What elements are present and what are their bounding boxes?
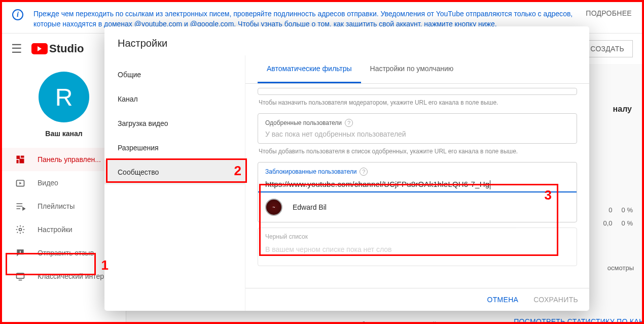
videos-icon: [14, 178, 26, 188]
svg-point-5: [19, 229, 22, 231]
approved-placeholder: У вас пока нет одобренных пользователей: [265, 130, 569, 138]
analytics-peek-title: налу: [613, 105, 632, 114]
sidebar-label: Отправить отзыв: [38, 249, 94, 257]
blocked-label: Заблокированные пользователи: [265, 168, 356, 175]
settings-dialog: Настройки Общие Канал Загрузка видео Раз…: [104, 26, 589, 311]
stat-value: 0,0: [603, 219, 613, 227]
dashboard-icon: [14, 154, 26, 165]
save-button[interactable]: СОХРАНИТЬ: [533, 296, 578, 304]
hamburger-icon[interactable]: ☰: [11, 42, 22, 56]
dialog-nav-general[interactable]: Общие: [104, 62, 245, 87]
youtube-studio-logo[interactable]: Studio: [31, 42, 84, 55]
dialog-title: Настройки: [104, 26, 589, 55]
play-icon: [31, 43, 48, 54]
cancel-button[interactable]: ОТМЕНА: [487, 296, 519, 304]
classic-icon: [14, 271, 26, 281]
stat-pct: 0 %: [622, 219, 633, 227]
sidebar-label: Панель управлен...: [38, 155, 101, 164]
news-snippet: Все обновления в Творческой студии: [344, 320, 459, 324]
see-stats-link[interactable]: ПОСМОТРЕТЬ СТАТИСТИКУ ПО КАНА: [514, 317, 644, 324]
moderator-help-text: Чтобы назначить пользователя модератором…: [259, 99, 576, 106]
views-label: осмотры: [607, 264, 634, 272]
create-button[interactable]: СОЗДАТЬ: [582, 40, 633, 57]
approved-label: Одобренные пользователи: [265, 119, 342, 126]
blocked-input[interactable]: https://www.youtube.com/channel/UCjFPu8r…: [258, 178, 577, 192]
dialog-nav-channel[interactable]: Канал: [104, 87, 245, 111]
logo-text: Studio: [49, 42, 84, 55]
feedback-icon: [14, 248, 26, 258]
svg-rect-6: [20, 251, 21, 253]
playlists-icon: [14, 201, 26, 211]
svg-rect-2: [17, 160, 19, 164]
svg-rect-0: [17, 156, 20, 159]
svg-rect-7: [20, 253, 21, 254]
moderators-field[interactable]: [258, 88, 577, 95]
sidebar-label: Классический интер...: [38, 272, 110, 280]
svg-rect-1: [21, 156, 24, 158]
dialog-tabs: Автоматические фильтры Настройки по умол…: [245, 55, 589, 84]
suggestion-name: Edward Bil: [293, 203, 327, 211]
gear-icon: [14, 224, 26, 235]
channel-avatar[interactable]: R: [39, 72, 89, 122]
svg-rect-3: [19, 159, 24, 164]
blacklist-field[interactable]: Черный список В вашем черном списке пока…: [258, 228, 577, 266]
blacklist-placeholder: В вашем черном списке пока нет слов: [265, 245, 569, 253]
stat-value: 0: [609, 206, 612, 214]
dialog-nav: Общие Канал Загрузка видео Разрешения Со…: [104, 55, 245, 311]
dialog-nav-permissions[interactable]: Разрешения: [104, 136, 245, 160]
channel-name-label: Ваш канал: [45, 129, 82, 138]
approved-help-text: Чтобы добавить пользователя в список одо…: [259, 148, 576, 155]
help-icon[interactable]: ?: [345, 119, 353, 127]
help-icon[interactable]: ?: [360, 168, 368, 176]
approved-users-field[interactable]: Одобренные пользователи ? У вас пока нет…: [258, 113, 577, 144]
tab-defaults[interactable]: Настройки по умолчанию: [361, 55, 463, 83]
svg-rect-8: [17, 273, 24, 278]
tab-auto-filters[interactable]: Автоматические фильтры: [258, 55, 361, 83]
dialog-nav-community[interactable]: Сообщество: [104, 160, 245, 184]
blocked-users-field: Заблокированные пользователи ? https://w…: [258, 162, 577, 222]
sidebar-label: Видео: [38, 179, 58, 187]
info-icon: i: [12, 9, 23, 20]
sidebar-label: Плейлисты: [38, 202, 75, 210]
blacklist-label: Черный список: [265, 233, 569, 240]
banner-more-link[interactable]: ПОДРОБНЕЕ: [586, 9, 632, 17]
user-suggestion[interactable]: ~ Edward Bil: [258, 192, 577, 222]
suggestion-avatar: ~: [265, 199, 282, 216]
dialog-nav-upload[interactable]: Загрузка видео: [104, 111, 245, 136]
dialog-footer: ОТМЕНА СОХРАНИТЬ: [245, 288, 589, 311]
sidebar-label: Настройки: [38, 225, 73, 234]
stat-pct: 0 %: [622, 206, 633, 214]
